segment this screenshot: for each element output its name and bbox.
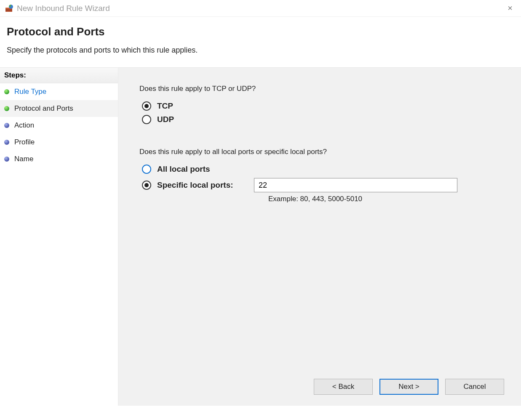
titlebar: New Inbound Rule Wizard × bbox=[0, 0, 521, 17]
bullet-icon bbox=[4, 106, 9, 111]
radio-tcp-row[interactable]: TCP bbox=[139, 101, 500, 111]
firewall-app-icon bbox=[5, 4, 13, 13]
radio-specific-ports[interactable] bbox=[142, 181, 151, 190]
bullet-icon bbox=[4, 140, 9, 145]
bullet-icon bbox=[4, 157, 9, 162]
radio-all-ports[interactable] bbox=[142, 165, 151, 174]
title-left: New Inbound Rule Wizard bbox=[5, 4, 110, 13]
step-action[interactable]: Action bbox=[0, 117, 118, 134]
radio-all-ports-label: All local ports bbox=[157, 165, 210, 174]
step-protocol-and-ports[interactable]: Protocol and Ports bbox=[0, 100, 118, 117]
step-name[interactable]: Name bbox=[0, 151, 118, 167]
page-subtitle: Specify the protocols and ports to which… bbox=[7, 46, 513, 55]
specific-ports-input[interactable] bbox=[254, 178, 457, 192]
ports-question: Does this rule apply to all local ports … bbox=[139, 148, 500, 156]
content-pane: Does this rule apply to TCP or UDP? TCP … bbox=[118, 68, 521, 406]
svg-rect-2 bbox=[5, 10, 12, 11]
next-button[interactable]: Next > bbox=[379, 379, 438, 395]
close-icon[interactable]: × bbox=[504, 2, 516, 15]
radio-tcp[interactable] bbox=[142, 101, 151, 111]
button-bar: < Back Next > Cancel bbox=[314, 379, 504, 395]
radio-all-ports-row[interactable]: All local ports bbox=[139, 165, 500, 174]
step-profile[interactable]: Profile bbox=[0, 134, 118, 151]
bullet-icon bbox=[4, 89, 9, 94]
step-label: Name bbox=[14, 155, 33, 163]
radio-udp[interactable] bbox=[142, 115, 151, 124]
steps-sidebar: Steps: Rule Type Protocol and Ports Acti… bbox=[0, 68, 118, 406]
radio-udp-label: UDP bbox=[157, 115, 174, 124]
radio-udp-row[interactable]: UDP bbox=[139, 115, 500, 124]
step-label: Action bbox=[14, 121, 34, 130]
step-rule-type[interactable]: Rule Type bbox=[0, 83, 118, 100]
page-title: Protocol and Ports bbox=[7, 25, 513, 38]
steps-header: Steps: bbox=[0, 68, 118, 83]
radio-specific-ports-select[interactable]: Specific local ports: bbox=[142, 181, 248, 190]
wizard-body: Steps: Rule Type Protocol and Ports Acti… bbox=[0, 68, 521, 406]
step-label: Rule Type bbox=[14, 88, 46, 96]
bullet-icon bbox=[4, 123, 9, 128]
radio-specific-ports-row: Specific local ports: bbox=[139, 178, 500, 192]
radio-tcp-label: TCP bbox=[157, 101, 173, 111]
back-button[interactable]: < Back bbox=[314, 379, 373, 395]
step-label: Protocol and Ports bbox=[14, 104, 73, 113]
radio-specific-ports-label: Specific local ports: bbox=[157, 181, 233, 190]
window-title: New Inbound Rule Wizard bbox=[17, 4, 110, 13]
page-header: Protocol and Ports Specify the protocols… bbox=[0, 17, 521, 68]
ports-example-text: Example: 80, 443, 5000-5010 bbox=[139, 195, 500, 203]
step-label: Profile bbox=[14, 138, 35, 146]
protocol-question: Does this rule apply to TCP or UDP? bbox=[139, 85, 500, 93]
cancel-button[interactable]: Cancel bbox=[445, 379, 504, 395]
